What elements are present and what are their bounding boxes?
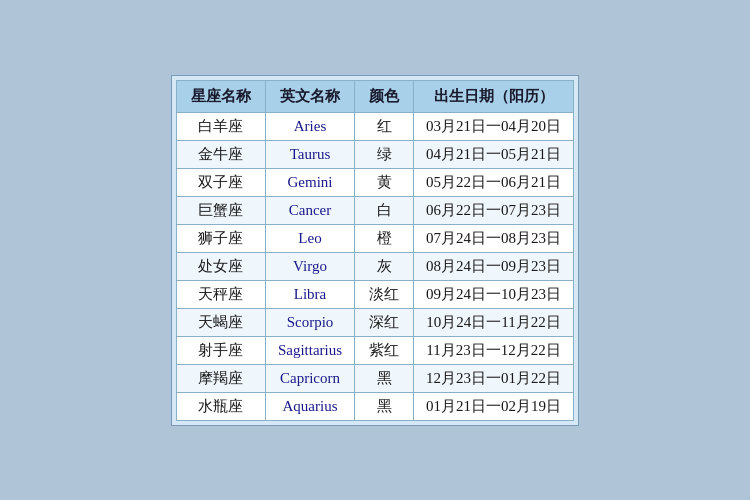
cell-chinese-name: 巨蟹座	[176, 196, 265, 224]
header-english-name: 英文名称	[265, 80, 354, 112]
zodiac-table-container: 星座名称 英文名称 颜色 出生日期（阳历） 白羊座Aries红03月21日一04…	[171, 75, 579, 426]
cell-english-name: Libra	[265, 280, 354, 308]
cell-chinese-name: 处女座	[176, 252, 265, 280]
cell-english-name: Gemini	[265, 168, 354, 196]
cell-chinese-name: 射手座	[176, 336, 265, 364]
cell-english-name: Capricorn	[265, 364, 354, 392]
cell-chinese-name: 摩羯座	[176, 364, 265, 392]
cell-chinese-name: 天蝎座	[176, 308, 265, 336]
header-birth-date: 出生日期（阳历）	[414, 80, 574, 112]
table-header-row: 星座名称 英文名称 颜色 出生日期（阳历）	[176, 80, 573, 112]
cell-chinese-name: 狮子座	[176, 224, 265, 252]
zodiac-table: 星座名称 英文名称 颜色 出生日期（阳历） 白羊座Aries红03月21日一04…	[176, 80, 574, 421]
cell-english-name: Aquarius	[265, 392, 354, 420]
table-row: 双子座Gemini黄05月22日一06月21日	[176, 168, 573, 196]
cell-color: 白	[355, 196, 414, 224]
cell-dates: 07月24日一08月23日	[414, 224, 574, 252]
cell-color: 紫红	[355, 336, 414, 364]
table-row: 巨蟹座Cancer白06月22日一07月23日	[176, 196, 573, 224]
cell-dates: 04月21日一05月21日	[414, 140, 574, 168]
cell-color: 绿	[355, 140, 414, 168]
cell-english-name: Scorpio	[265, 308, 354, 336]
cell-color: 黑	[355, 364, 414, 392]
cell-dates: 03月21日一04月20日	[414, 112, 574, 140]
cell-dates: 08月24日一09月23日	[414, 252, 574, 280]
table-row: 白羊座Aries红03月21日一04月20日	[176, 112, 573, 140]
cell-dates: 12月23日一01月22日	[414, 364, 574, 392]
cell-dates: 05月22日一06月21日	[414, 168, 574, 196]
cell-english-name: Taurus	[265, 140, 354, 168]
table-row: 射手座Sagittarius紫红11月23日一12月22日	[176, 336, 573, 364]
cell-color: 黄	[355, 168, 414, 196]
cell-chinese-name: 水瓶座	[176, 392, 265, 420]
cell-chinese-name: 双子座	[176, 168, 265, 196]
table-body: 白羊座Aries红03月21日一04月20日金牛座Taurus绿04月21日一0…	[176, 112, 573, 420]
cell-color: 黑	[355, 392, 414, 420]
cell-english-name: Virgo	[265, 252, 354, 280]
table-row: 狮子座Leo橙07月24日一08月23日	[176, 224, 573, 252]
table-row: 天秤座Libra淡红09月24日一10月23日	[176, 280, 573, 308]
cell-dates: 11月23日一12月22日	[414, 336, 574, 364]
cell-dates: 01月21日一02月19日	[414, 392, 574, 420]
header-chinese-name: 星座名称	[176, 80, 265, 112]
cell-english-name: Sagittarius	[265, 336, 354, 364]
cell-color: 红	[355, 112, 414, 140]
cell-chinese-name: 白羊座	[176, 112, 265, 140]
table-row: 天蝎座Scorpio深红10月24日一11月22日	[176, 308, 573, 336]
cell-english-name: Cancer	[265, 196, 354, 224]
table-row: 处女座Virgo灰08月24日一09月23日	[176, 252, 573, 280]
cell-color: 橙	[355, 224, 414, 252]
cell-dates: 09月24日一10月23日	[414, 280, 574, 308]
cell-chinese-name: 金牛座	[176, 140, 265, 168]
cell-chinese-name: 天秤座	[176, 280, 265, 308]
cell-english-name: Leo	[265, 224, 354, 252]
cell-english-name: Aries	[265, 112, 354, 140]
cell-color: 灰	[355, 252, 414, 280]
cell-dates: 06月22日一07月23日	[414, 196, 574, 224]
cell-dates: 10月24日一11月22日	[414, 308, 574, 336]
header-color: 颜色	[355, 80, 414, 112]
cell-color: 深红	[355, 308, 414, 336]
cell-color: 淡红	[355, 280, 414, 308]
table-row: 金牛座Taurus绿04月21日一05月21日	[176, 140, 573, 168]
table-row: 摩羯座Capricorn黑12月23日一01月22日	[176, 364, 573, 392]
table-row: 水瓶座Aquarius黑01月21日一02月19日	[176, 392, 573, 420]
